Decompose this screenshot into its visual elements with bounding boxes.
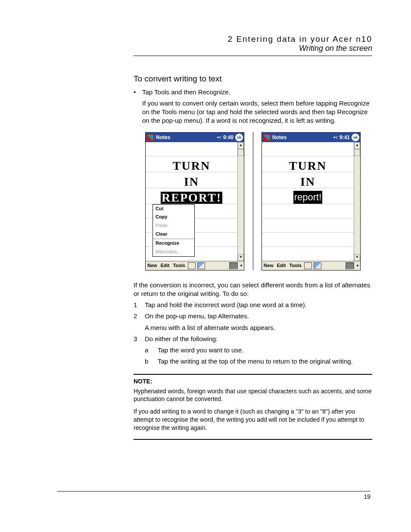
pen-icon[interactable] <box>314 262 321 269</box>
section-title-header: Writing on the screen <box>134 44 372 53</box>
record-icon[interactable] <box>188 262 196 269</box>
scroll-up-button[interactable]: ▲ <box>238 142 244 149</box>
menu-item-copy[interactable]: Copy <box>153 213 194 221</box>
callout <box>244 132 262 271</box>
figure-row: Notes ◀ꞓ 9:40 ok TURN IN REPORT! <box>134 132 372 271</box>
step-number: 2 <box>134 312 145 320</box>
scrollbar-left[interactable]: ▲ ▼ <box>237 142 244 261</box>
menubar-right: New Edit Tools ▲ <box>262 261 360 270</box>
menu-tools[interactable]: Tools <box>172 262 186 269</box>
page-header: 2 Entering data in your Acer n10 Writing… <box>134 34 372 56</box>
recognized-text: report! <box>293 191 323 204</box>
substep-mark: b <box>145 357 158 366</box>
content-area: To convert writing to text • Tap Tools a… <box>134 73 372 440</box>
scrollbar-right[interactable]: ▲ ▼ <box>354 142 360 261</box>
titlebar-left: Notes ◀ꞓ 9:40 ok <box>146 133 244 142</box>
scroll-thumb[interactable] <box>354 149 360 156</box>
step-text: On the pop-up menu, tap Alternates. <box>145 312 249 320</box>
section-heading: To convert writing to text <box>134 73 372 84</box>
bullet-text: Tap Tools and then Recognize. <box>142 88 372 96</box>
start-flag-icon[interactable] <box>146 134 154 141</box>
sip-up-icon[interactable]: ▲ <box>240 263 243 268</box>
ok-button[interactable]: ok <box>235 134 243 141</box>
keyboard-icon[interactable] <box>229 262 238 269</box>
note-block: NOTE: Hyphenated words, foreign words th… <box>134 374 372 440</box>
step-text: Tap and hold the incorrect word (tap one… <box>145 301 307 309</box>
step-3: 3 Do either of the following: <box>134 335 372 343</box>
menu-item-cut[interactable]: Cut <box>153 205 194 213</box>
bullet-explain: If you want to convert only certain word… <box>142 99 372 125</box>
step-3a: a Tap the word you want to use. <box>145 346 372 355</box>
start-flag-icon[interactable] <box>263 134 271 141</box>
handwriting-line-2: IN <box>300 176 315 188</box>
step-2-result: A menu with a list of alternate words ap… <box>134 324 372 332</box>
step-3b: b Tap the writing at the top of the menu… <box>145 357 372 366</box>
menu-edit[interactable]: Edit <box>276 262 287 269</box>
context-menu: Cut Copy Paste Clear Recognize Alternate… <box>153 204 195 257</box>
step-number: 3 <box>134 335 145 343</box>
menu-new[interactable]: New <box>146 262 158 269</box>
menu-edit[interactable]: Edit <box>160 262 171 269</box>
chapter-title: 2 Entering data in your Acer n10 <box>134 34 372 44</box>
note-p2: If you add writing to a word to change i… <box>134 408 372 432</box>
menu-item-clear[interactable]: Clear <box>153 230 194 239</box>
speaker-icon[interactable]: ◀ꞓ <box>333 134 338 140</box>
page-number: 19 <box>57 491 371 500</box>
note-canvas-right[interactable]: TURN IN report! <box>262 142 354 261</box>
device-screenshot-right: Notes ◀ꞓ 9:41 ok TURN IN report! <box>262 132 361 271</box>
menu-item-alternates: Alternates... <box>153 248 194 256</box>
clock: 9:40 <box>223 134 234 141</box>
step-text: A menu with a list of alternate words ap… <box>145 324 275 332</box>
ok-button[interactable]: ok <box>352 134 359 141</box>
step-text: Do either of the following: <box>145 335 218 343</box>
handwriting-line-1: TURN <box>173 160 210 172</box>
scroll-down-button[interactable]: ▼ <box>238 254 244 261</box>
after-figure-text: If the conversion is incorrect, you can … <box>134 281 372 299</box>
bullet-item: • Tap Tools and then Recognize. <box>134 88 372 96</box>
substep-text: Tap the word you want to use. <box>158 346 243 355</box>
handwriting-line-3-selected: REPORT! <box>161 192 222 204</box>
note-p1: Hyphenated words, foreign words that use… <box>134 387 372 404</box>
note-label: NOTE: <box>134 377 372 386</box>
note-canvas-left[interactable]: TURN IN REPORT! Cut Copy Paste Clear Rec <box>146 142 237 261</box>
handwriting-line-1: TURN <box>289 160 327 172</box>
menubar-left: New Edit Tools ▲ <box>146 261 244 270</box>
substep-mark: a <box>145 346 158 355</box>
app-title: Notes <box>156 134 170 141</box>
bullet-glyph: • <box>134 88 142 96</box>
keyboard-icon[interactable] <box>346 262 354 269</box>
menu-tools[interactable]: Tools <box>288 262 302 269</box>
speaker-icon[interactable]: ◀ꞓ <box>217 134 221 140</box>
scroll-up-button[interactable]: ▲ <box>354 142 360 149</box>
menu-new[interactable]: New <box>263 262 274 269</box>
scroll-down-button[interactable]: ▼ <box>354 254 360 261</box>
sip-up-icon[interactable]: ▲ <box>356 263 359 268</box>
step-1: 1 Tap and hold the incorrect word (tap o… <box>134 301 372 309</box>
scroll-thumb[interactable] <box>238 149 244 156</box>
app-title: Notes <box>272 134 286 141</box>
titlebar-right: Notes ◀ꞓ 9:41 ok <box>262 133 360 142</box>
step-2: 2 On the pop-up menu, tap Alternates. <box>134 312 372 320</box>
handwriting-line-2: IN <box>184 176 199 188</box>
pen-icon[interactable] <box>197 262 205 269</box>
device-screenshot-left: Notes ◀ꞓ 9:40 ok TURN IN REPORT! <box>145 132 244 271</box>
step-number: 1 <box>134 301 145 309</box>
record-icon[interactable] <box>304 262 312 269</box>
substep-text: Tap the writing at the top of the menu t… <box>158 357 353 366</box>
menu-item-recognize[interactable]: Recognize <box>153 239 194 248</box>
clock: 9:41 <box>339 134 350 141</box>
menu-item-paste: Paste <box>153 221 194 230</box>
